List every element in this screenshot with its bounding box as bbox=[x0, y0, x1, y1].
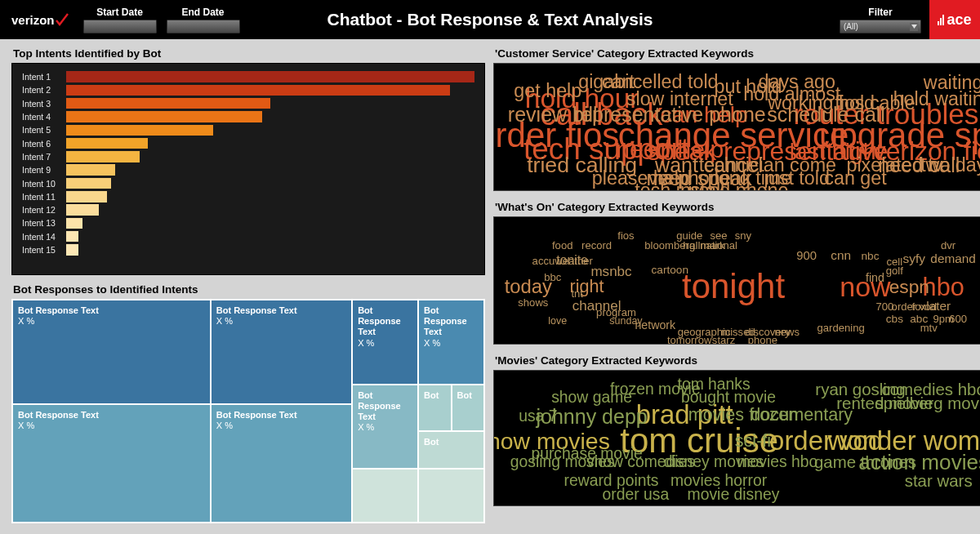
wordcloud-word[interactable]: 700 bbox=[875, 300, 893, 312]
wordcloud-word[interactable]: record bbox=[581, 239, 612, 251]
wordcloud-word[interactable]: accuweather bbox=[532, 254, 593, 266]
wordcloud-word[interactable]: syfy bbox=[903, 251, 925, 266]
bar-fill[interactable] bbox=[66, 218, 82, 229]
wordcloud-word[interactable]: tom hanks bbox=[678, 376, 751, 394]
wordcloud-word[interactable]: days ago bbox=[758, 70, 835, 92]
start-date-label: Start Date bbox=[83, 7, 157, 18]
bar-fill[interactable] bbox=[66, 178, 111, 189]
filter-dropdown[interactable]: (All) bbox=[840, 20, 921, 33]
bar-row: Intent 7 bbox=[22, 150, 474, 163]
treemap-cell[interactable]: Bot bbox=[418, 385, 451, 431]
bar-row: Intent 1 bbox=[22, 70, 474, 83]
movies-wordcloud[interactable]: tom cruisebrad pittorder vodwonder woman… bbox=[493, 370, 980, 506]
bar-fill[interactable] bbox=[66, 98, 270, 109]
wordcloud-word[interactable]: phone bbox=[748, 334, 777, 345]
wordcloud-word[interactable]: star wars bbox=[905, 471, 973, 491]
wordcloud-word[interactable]: purchase movie bbox=[531, 445, 642, 463]
customer-service-wordcloud[interactable]: order fioschange serviceupgrade speedcal… bbox=[493, 63, 980, 191]
treemap-cell[interactable]: Bot Response TextX % bbox=[12, 300, 211, 404]
wordcloud-word[interactable]: cbs bbox=[886, 313, 903, 325]
wordcloud-word[interactable]: gardening bbox=[817, 321, 864, 333]
wordcloud-word[interactable]: nbc bbox=[861, 249, 879, 261]
treemap-cell[interactable]: Bot Response TextX % bbox=[352, 385, 418, 469]
treemap-cell[interactable]: Bot bbox=[452, 385, 484, 431]
treemap-cell[interactable]: Bot Response TextX % bbox=[352, 300, 418, 385]
bar-fill[interactable] bbox=[66, 85, 450, 96]
wordcloud-word[interactable]: national bbox=[700, 239, 737, 251]
wordcloud-word[interactable]: bbc bbox=[544, 270, 561, 283]
wordcloud-word[interactable]: 900 bbox=[796, 249, 817, 262]
wordcloud-word[interactable]: order usa bbox=[603, 486, 670, 504]
whats-on-wordcloud[interactable]: tonightnowhbotodayrightespnchannelmsnbct… bbox=[493, 216, 980, 345]
treemap-cell[interactable] bbox=[352, 469, 418, 523]
wordcloud-word[interactable]: find bbox=[866, 271, 884, 284]
wordcloud-word[interactable]: cartoon bbox=[651, 263, 688, 275]
bar-row: Intent 3 bbox=[22, 97, 474, 110]
wordcloud-word[interactable]: tonight bbox=[682, 267, 785, 306]
treemap-cell[interactable] bbox=[418, 469, 484, 523]
end-date-label: End Date bbox=[167, 7, 240, 18]
bar-label: Intent 1 bbox=[22, 72, 66, 82]
svg-marker-0 bbox=[911, 24, 917, 29]
wordcloud-word[interactable]: starz bbox=[712, 334, 735, 345]
wordcloud-word[interactable]: sci-fi bbox=[735, 430, 771, 452]
bar-fill[interactable] bbox=[66, 204, 99, 216]
bar-label: Intent 2 bbox=[22, 85, 66, 95]
wordcloud-word[interactable]: movie disney bbox=[688, 486, 780, 504]
wordcloud-word[interactable]: love bbox=[548, 315, 567, 327]
intents-section-title: Top Intents Identified by Bot bbox=[13, 47, 485, 60]
bar-fill[interactable] bbox=[66, 231, 78, 243]
wordcloud-word[interactable]: msnbc bbox=[590, 264, 631, 280]
wordcloud-word[interactable]: cnn bbox=[831, 248, 851, 263]
start-date-input[interactable] bbox=[83, 20, 157, 33]
bar-label: Intent 3 bbox=[22, 99, 66, 109]
filter-value: (All) bbox=[844, 22, 858, 31]
treemap-cell[interactable]: Bot Response TextX % bbox=[211, 404, 352, 523]
treemap-cell[interactable]: Bot Response TextX % bbox=[12, 404, 211, 523]
wordcloud-word[interactable]: espn bbox=[889, 276, 929, 298]
wordcloud-word[interactable]: fios bbox=[617, 229, 634, 241]
bar-label: Intent 5 bbox=[22, 125, 66, 135]
wordcloud-word[interactable]: game thrones bbox=[814, 452, 916, 472]
end-date-input[interactable] bbox=[167, 20, 240, 33]
wordcloud-word[interactable]: fox bbox=[912, 300, 926, 312]
intents-bar-chart[interactable]: Intent 1Intent 2Intent 3Intent 4Intent 5… bbox=[11, 63, 485, 275]
bar-row: Intent 6 bbox=[22, 136, 474, 149]
wordcloud-word[interactable]: shows bbox=[518, 296, 548, 308]
wordcloud-word[interactable]: mtv bbox=[920, 321, 938, 333]
wordcloud-word[interactable]: dvr bbox=[941, 239, 956, 251]
wordcloud-word[interactable]: ryan gosling bbox=[815, 380, 905, 399]
wordcloud-word[interactable]: news bbox=[775, 325, 800, 337]
bar-row: Intent 4 bbox=[22, 110, 474, 123]
wordcloud-word[interactable]: program bbox=[596, 306, 636, 318]
wordcloud-word[interactable]: demand bbox=[930, 251, 976, 266]
wordcloud-word[interactable]: two days bbox=[920, 154, 980, 176]
wordcloud-word[interactable]: guide bbox=[676, 229, 702, 241]
wordcloud-word[interactable]: get help bbox=[514, 79, 581, 101]
treemap-cell[interactable]: Bot Response TextX % bbox=[211, 300, 352, 404]
bar-fill[interactable] bbox=[66, 151, 140, 162]
wordcloud-word[interactable]: cell bbox=[887, 256, 903, 268]
bar-label: Intent 13 bbox=[22, 218, 66, 228]
wordcloud-word[interactable]: cancelled told bbox=[602, 70, 718, 92]
wordcloud-word[interactable]: technician come bbox=[699, 154, 836, 176]
verizon-logo: verizon bbox=[11, 13, 69, 27]
bar-label: Intent 7 bbox=[22, 152, 66, 162]
treemap-cell[interactable]: Bot bbox=[418, 431, 484, 469]
wordcloud-word[interactable]: tomorrow bbox=[667, 334, 712, 345]
bar-label: Intent 9 bbox=[22, 165, 66, 175]
responses-treemap[interactable]: Bot Response TextX %Bot Response TextX %… bbox=[11, 299, 485, 523]
bar-label: Intent 15 bbox=[22, 245, 66, 255]
treemap-cell[interactable]: Bot Response TextX % bbox=[418, 300, 484, 385]
wordcloud-word[interactable]: usa 7 bbox=[519, 407, 557, 425]
bar-fill[interactable] bbox=[66, 71, 474, 82]
bar-fill[interactable] bbox=[66, 138, 148, 149]
bar-fill[interactable] bbox=[66, 244, 78, 256]
bar-fill[interactable] bbox=[66, 111, 262, 122]
wordcloud-word[interactable]: tnt bbox=[571, 287, 583, 300]
wordcloud-word[interactable]: food bbox=[552, 239, 572, 251]
wordcloud-word[interactable]: fios cable bbox=[835, 92, 915, 114]
bar-fill[interactable] bbox=[66, 164, 115, 176]
bar-fill[interactable] bbox=[66, 125, 213, 136]
bar-fill[interactable] bbox=[66, 191, 107, 202]
